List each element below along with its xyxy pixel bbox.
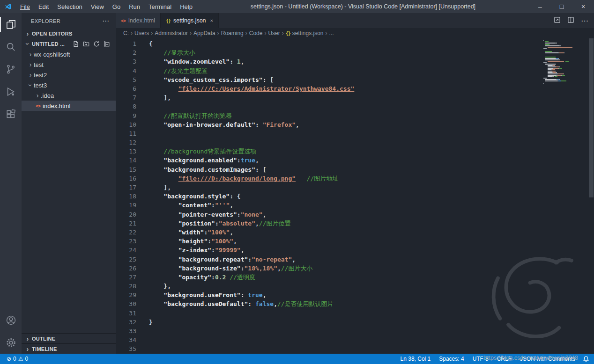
breadcrumb-item[interactable]: User bbox=[268, 30, 280, 36]
open-changes-icon[interactable] bbox=[554, 16, 561, 25]
code-line-content[interactable]: "content":"''", bbox=[136, 201, 233, 210]
source-control-icon[interactable] bbox=[0, 58, 22, 80]
tree-item--idea[interactable]: ›.idea bbox=[22, 90, 116, 101]
code-line-content[interactable]: "width":"100%", bbox=[136, 228, 233, 237]
status-crlf[interactable]: CRLF bbox=[497, 356, 512, 362]
code-line: 21 "position":"absolute",//图片位置 bbox=[116, 219, 594, 228]
menu-terminal[interactable]: Terminal bbox=[144, 0, 176, 13]
code-line-content[interactable] bbox=[136, 129, 149, 138]
tab-settings-json[interactable]: {}settings.json× bbox=[161, 13, 219, 28]
menu-go[interactable]: Go bbox=[108, 0, 125, 13]
breadcrumb-item[interactable]: C: bbox=[123, 30, 129, 36]
more-actions-icon[interactable]: ⋯ bbox=[581, 16, 588, 25]
code-line-content[interactable]: "background.repeat":"no-repeat", bbox=[136, 255, 296, 264]
breadcrumb-item[interactable]: Users bbox=[134, 30, 149, 36]
minimap[interactable] bbox=[543, 40, 587, 91]
code-line-content[interactable] bbox=[136, 327, 149, 335]
breadcrumb-item[interactable]: Administrator bbox=[155, 30, 188, 36]
status-utf-8[interactable]: UTF-8 bbox=[473, 356, 489, 362]
code-line-content[interactable]: "open-in-browser.default": "Firefox", bbox=[136, 120, 299, 129]
close-tab-icon[interactable]: × bbox=[210, 18, 213, 23]
tab-index-html[interactable]: <>index.html bbox=[116, 13, 161, 28]
code-line-content[interactable]: } bbox=[136, 318, 153, 327]
code-line-content[interactable]: "background.enabled":true, bbox=[136, 156, 259, 165]
maximize-button[interactable]: □ bbox=[551, 0, 572, 13]
code-line-content[interactable]: "height":"100%", bbox=[136, 237, 237, 246]
code-line-content[interactable]: "background.useDefault": false,//是否使用默认图… bbox=[136, 299, 334, 308]
breadcrumb-item[interactable]: ... bbox=[329, 30, 334, 36]
status-ln[interactable]: Ln 38, Col 1 bbox=[401, 356, 431, 362]
code-line-content[interactable] bbox=[136, 335, 149, 344]
code-line-content[interactable]: ], bbox=[136, 183, 171, 192]
code-line-content[interactable]: { bbox=[136, 39, 153, 48]
menu-run[interactable]: Run bbox=[125, 0, 144, 13]
code-line-content[interactable]: "file:///C:/Users/Administrator/Synthwav… bbox=[136, 84, 354, 93]
code-line-content[interactable]: //显示大小 bbox=[136, 48, 195, 57]
code-line: 4 //发光主题配置 bbox=[116, 66, 594, 75]
breadcrumb-item[interactable]: Roaming bbox=[221, 30, 244, 36]
new-folder-icon[interactable] bbox=[83, 41, 89, 47]
breadcrumb-item[interactable]: {}settings.json bbox=[286, 30, 324, 36]
workspace-section[interactable]: › UNTITLED ... bbox=[22, 39, 116, 49]
code-line-content[interactable]: //配置默认打开的浏览器 bbox=[136, 111, 232, 120]
tree-item-wx-cqshilisoft[interactable]: ›wx-cqshilisoft bbox=[22, 49, 116, 59]
more-actions-icon[interactable]: ⋯ bbox=[102, 17, 110, 25]
code-line-content[interactable]: "file:///D:/background/long.png" //图片地址 bbox=[136, 174, 338, 183]
code-line-content[interactable]: "window.zoomLevel": 1, bbox=[136, 57, 245, 66]
outline-section[interactable]: › OUTLINE bbox=[22, 333, 116, 343]
notifications-bell-icon[interactable] bbox=[583, 356, 589, 362]
code-line-content[interactable]: "pointer-events":"none", bbox=[136, 210, 266, 219]
code-line-content[interactable]: "vscode_custom_css.imports": [ bbox=[136, 75, 274, 84]
code-line-content[interactable] bbox=[136, 102, 149, 111]
open-editors-section[interactable]: › OPEN EDITORS bbox=[22, 29, 116, 39]
new-file-icon[interactable] bbox=[73, 41, 79, 47]
problems-indicator[interactable]: ⊘ 0 ⚠ 0 bbox=[5, 356, 30, 362]
run-debug-icon[interactable] bbox=[0, 80, 22, 103]
menu-edit[interactable]: Edit bbox=[34, 0, 53, 13]
code-line-content[interactable]: "background.customImages": [ bbox=[136, 165, 266, 174]
status-spaces[interactable]: Spaces: 4 bbox=[439, 356, 464, 362]
code-editor[interactable]: 1{2 //显示大小3 "window.zoomLevel": 1,4 //发光… bbox=[116, 38, 594, 354]
split-editor-icon[interactable] bbox=[567, 16, 574, 25]
accounts-icon[interactable] bbox=[0, 309, 22, 331]
tree-item-test2[interactable]: ›test2 bbox=[22, 70, 116, 80]
code-line-content[interactable] bbox=[136, 344, 149, 353]
code-line-content[interactable]: }, bbox=[136, 282, 171, 291]
menu-help[interactable]: Help bbox=[176, 0, 197, 13]
tab-bar: <>index.html{}settings.json× ⋯ bbox=[116, 13, 594, 28]
code-line-content[interactable]: "background.style": { bbox=[136, 192, 241, 201]
chevron-right-icon: › bbox=[282, 30, 284, 36]
tree-item-test3[interactable]: ›test3 bbox=[22, 80, 116, 90]
code-line-content[interactable]: "background-size":"18%,18%",//图片大小 bbox=[136, 264, 312, 273]
menu-file[interactable]: File bbox=[16, 0, 34, 13]
code-line-content[interactable]: "position":"absolute",//图片位置 bbox=[136, 219, 291, 228]
settings-gear-icon[interactable] bbox=[0, 331, 22, 354]
menu-selection[interactable]: Selection bbox=[53, 0, 86, 13]
code-line-content[interactable]: "z-index":"99999", bbox=[136, 246, 245, 255]
close-button[interactable]: × bbox=[572, 0, 594, 13]
collapse-all-icon[interactable] bbox=[104, 41, 110, 47]
code-line-content[interactable]: "opacity":0.2 //透明度 bbox=[136, 273, 255, 282]
breadcrumb-item[interactable]: AppData bbox=[193, 30, 215, 36]
extensions-icon[interactable] bbox=[0, 103, 22, 125]
menu-view[interactable]: View bbox=[87, 0, 108, 13]
code-line-content[interactable]: ], bbox=[136, 93, 171, 102]
vertical-scrollbar[interactable] bbox=[588, 38, 594, 354]
refresh-icon[interactable] bbox=[93, 41, 100, 47]
code-line: 3 "window.zoomLevel": 1, bbox=[116, 57, 594, 66]
code-line-content[interactable] bbox=[136, 309, 149, 318]
breadcrumb-item[interactable]: Code bbox=[249, 30, 263, 36]
line-number: 30 bbox=[116, 299, 136, 308]
minimize-button[interactable]: – bbox=[529, 0, 551, 13]
code-line-content[interactable]: //background背景插件设置选项 bbox=[136, 147, 256, 156]
explorer-icon[interactable] bbox=[0, 13, 22, 36]
search-icon[interactable] bbox=[0, 36, 22, 58]
code-line-content[interactable] bbox=[136, 138, 149, 147]
status-json[interactable]: JSON with Comments bbox=[520, 356, 575, 362]
timeline-section[interactable]: › TIMELINE bbox=[22, 343, 116, 354]
scrollbar-thumb[interactable] bbox=[589, 38, 594, 197]
tree-item-test[interactable]: ›test bbox=[22, 59, 116, 70]
tree-item-index-html[interactable]: <>index.html bbox=[22, 101, 116, 111]
code-line-content[interactable]: //发光主题配置 bbox=[136, 66, 208, 75]
code-line-content[interactable]: "background.useFront": true, bbox=[136, 291, 266, 299]
